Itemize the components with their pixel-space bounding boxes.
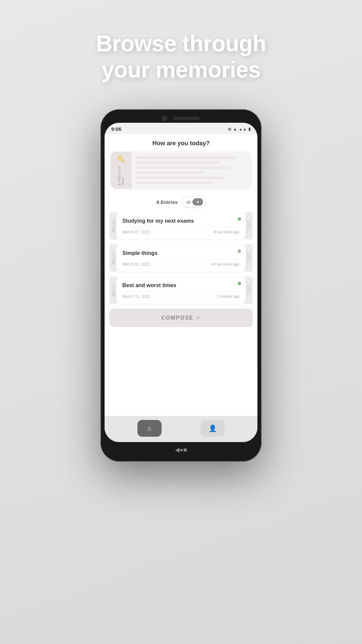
compose-plus-icon: + [196, 314, 201, 322]
status-bar: 9:06 ⊖ ▲ ▲▲ ▮ [105, 123, 257, 134]
compose-label: COMPOSE [161, 315, 193, 321]
entry-date: March 16, 2021 [122, 262, 150, 267]
entry-date: March 13, 2021 [122, 294, 150, 299]
entry-title: Best and worst times [122, 282, 240, 288]
entry-dot-green [238, 282, 241, 285]
home-icon: ⌂ [147, 425, 152, 432]
phone-frame: 9:06 ⊖ ▲ ▲▲ ▮ How are you today? 🔑 a His… [101, 109, 261, 462]
entry-card[interactable]: Studying for my next exams March 27, 202… [116, 213, 246, 239]
toggle-heart-icon[interactable]: ♥ [192, 198, 203, 206]
entry-meta: March 16, 2021 44 seconds ago [122, 262, 240, 267]
entry-meta: March 13, 2021 1 minute ago [122, 294, 240, 299]
entry-dot-tan [238, 250, 241, 253]
recent-button[interactable]: ■ [183, 446, 187, 453]
home-button[interactable]: ● [180, 446, 183, 453]
phone-top-bar [105, 113, 257, 123]
profile-icon: 👤 [208, 424, 217, 432]
entry-title: Studying for my next exams [122, 218, 240, 224]
entry-divider [122, 291, 240, 291]
toggle-all-label: all [185, 200, 190, 205]
android-nav: ◀ ● ■ [155, 442, 207, 458]
app-header: How are you today? [105, 134, 257, 152]
hero-title: Browse through your memories [96, 30, 266, 83]
signal-icon: ⊖ [228, 127, 231, 131]
nav-profile-button[interactable]: 👤 [200, 420, 225, 437]
entry-ago: 1 minute ago [217, 294, 240, 299]
entry-date: March 27, 2021 [122, 230, 150, 234]
entries-header: 8 Entries all ♥ [105, 194, 257, 212]
front-camera [162, 116, 167, 121]
entry-meta: March 27, 2021 8 seconds ago [122, 230, 240, 234]
card-lines [131, 152, 251, 189]
entry-card[interactable]: Simple things March 16, 2021 44 seconds … [116, 245, 246, 271]
text-line [136, 176, 225, 179]
signal-bars-icon: ▲▲ [239, 127, 247, 131]
text-line [136, 171, 202, 174]
app-content: How are you today? 🔑 a History of Gary [105, 134, 257, 442]
entry-ago: 44 seconds ago [211, 262, 240, 267]
phone-screen: 9:06 ⊖ ▲ ▲▲ ▮ How are you today? 🔑 a His… [105, 123, 257, 442]
entries-toggle[interactable]: all ♥ [182, 197, 205, 207]
battery-icon: ▮ [248, 127, 251, 131]
nav-home-button[interactable]: ⌂ [137, 420, 162, 437]
text-line [136, 161, 219, 164]
entries-list: March Studying for my next exams March 2… [105, 212, 257, 416]
compose-button[interactable]: COMPOSE + [109, 309, 253, 327]
back-button[interactable]: ◀ [175, 446, 180, 453]
entry-ago: 8 seconds ago [214, 230, 240, 234]
text-line [136, 166, 230, 169]
entries-count: 8 Entries [157, 199, 178, 205]
status-icons: ⊖ ▲ ▲▲ ▮ [228, 127, 251, 131]
key-icon: 🔑 [117, 155, 125, 163]
text-line [136, 181, 214, 184]
table-row[interactable]: March Best and worst times March 13, 202… [109, 276, 253, 304]
text-line [136, 156, 236, 159]
entry-divider [122, 227, 240, 227]
phone-speaker [173, 117, 200, 120]
status-time: 9:06 [111, 126, 121, 132]
bottom-nav: ⌂ 👤 [105, 416, 257, 442]
card-spine: 🔑 a History of Gary [111, 152, 131, 189]
featured-card[interactable]: 🔑 a History of Gary [111, 152, 251, 189]
table-row[interactable]: March Simple things March 16, 2021 44 se… [109, 244, 253, 272]
wifi-icon: ▲ [233, 127, 237, 131]
compose-area: COMPOSE + [105, 309, 257, 330]
entry-card[interactable]: Best and worst times March 13, 2021 1 mi… [116, 277, 246, 304]
spine-text: a History of Gary [118, 165, 124, 185]
entry-divider [122, 259, 240, 259]
entry-title: Simple things [122, 250, 240, 256]
table-row[interactable]: March Studying for my next exams March 2… [109, 212, 253, 239]
entry-dot-green [238, 217, 241, 221]
